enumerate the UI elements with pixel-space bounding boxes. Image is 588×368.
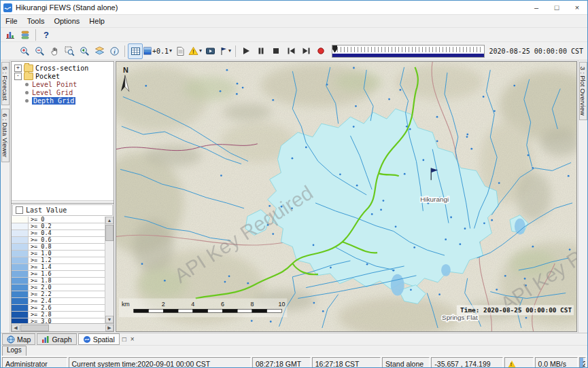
scrollbar-thumb[interactable] — [105, 225, 114, 241]
graph-icon — [41, 335, 50, 344]
warning-icon[interactable] — [508, 361, 516, 368]
legend-label: >= 1.6 — [29, 271, 105, 277]
legend-row[interactable]: >= 1.0 — [12, 251, 105, 257]
chevron-down-icon: ▾ — [228, 48, 231, 54]
record-button[interactable] — [313, 43, 328, 59]
tree-item-pocket[interactable]: -Pocket — [12, 72, 114, 80]
pause-button[interactable] — [254, 43, 269, 59]
marker-dropdown[interactable]: ▾ — [218, 43, 232, 59]
pan-button[interactable] — [47, 43, 62, 59]
status-system-time-label: Current system time:2020-09-01 00:00 CST — [72, 360, 211, 368]
database-dialog-button[interactable] — [18, 27, 33, 43]
tab-data-viewer[interactable]: 6 : Data Viewer — [1, 109, 10, 162]
close-panel-icon[interactable]: × — [129, 335, 136, 343]
status-alerts[interactable] — [504, 357, 534, 368]
legend-horizontal-scrollbar[interactable]: ◀ ▶ — [12, 323, 114, 331]
zoom-in-icon — [20, 46, 30, 56]
tab-forecast[interactable]: 5 : Forecast — [1, 62, 10, 105]
legend-swatch — [12, 251, 29, 257]
scroll-right-icon[interactable]: ▶ — [105, 325, 114, 331]
animation-button[interactable] — [203, 43, 218, 59]
grid-display-button[interactable] — [128, 43, 143, 59]
menu-help[interactable]: Help — [84, 17, 109, 25]
tree-item-label: Level Point — [32, 81, 77, 88]
profile-document-button[interactable] — [173, 43, 188, 59]
legend-header: Last Value — [12, 204, 113, 216]
tab-map[interactable]: Map — [2, 333, 35, 345]
legend-row[interactable]: >= 2.6 — [12, 305, 105, 312]
tree-expander-icon[interactable]: + — [14, 65, 22, 72]
legend-swatch — [12, 230, 29, 236]
minimize-button[interactable]: – — [526, 1, 547, 14]
classbreaks-icon — [143, 47, 152, 55]
legend-swatch — [12, 318, 29, 323]
layers-button[interactable] — [92, 43, 107, 59]
legend-swatch — [12, 271, 29, 277]
legend-row[interactable]: >= 1.8 — [12, 278, 105, 284]
legend-label: >= 0 — [29, 217, 105, 223]
menu-file[interactable]: File — [1, 17, 22, 25]
legend-row[interactable]: >= 0 — [12, 217, 105, 223]
grid-icon — [131, 46, 141, 56]
close-button[interactable]: × — [567, 1, 587, 14]
maximize-button[interactable]: □ — [547, 1, 567, 14]
flag-icon — [219, 46, 228, 56]
tree-expander-icon[interactable]: - — [14, 73, 22, 80]
legend-row[interactable]: >= 2.4 — [12, 298, 105, 305]
status-bar: AdministratorCurrent system time:2020-09… — [1, 356, 587, 368]
svg-text:6: 6 — [221, 301, 224, 308]
thresholds-warning-dropdown[interactable]: ! ▾ — [188, 43, 203, 59]
stop-button[interactable] — [269, 43, 283, 59]
legend-row[interactable]: >= 3.0 — [12, 318, 105, 323]
legend-row[interactable]: >= 2.0 — [12, 284, 105, 291]
last-value-checkbox[interactable] — [16, 206, 23, 214]
scroll-left-icon[interactable]: ◀ — [12, 325, 20, 331]
status-coordinates-label: -35.657 , 174.199 — [434, 360, 490, 368]
legend-row[interactable]: >= 2.8 — [12, 312, 105, 318]
zoom-previous-button[interactable] — [77, 43, 92, 59]
toolbar-separator — [124, 45, 125, 57]
map-viewport[interactable]: Hikurangi Springs Flat API Key Required … — [116, 61, 577, 332]
restore-panel-icon[interactable]: □ — [121, 335, 128, 343]
legend-vertical-scrollbar[interactable]: ▲ ▼ — [105, 217, 114, 323]
last-timestep-button[interactable] — [298, 43, 313, 59]
forecast-dialog-button[interactable] — [3, 27, 18, 43]
first-timestep-button[interactable] — [283, 43, 298, 59]
scroll-up-icon[interactable]: ▲ — [105, 217, 114, 224]
legend-label: >= 1.0 — [29, 251, 105, 257]
legend-row[interactable]: >= 0.4 — [12, 230, 105, 237]
help-button[interactable]: ? — [39, 27, 54, 43]
zoom-in-button[interactable] — [17, 43, 32, 59]
legend-row[interactable]: >= 2.2 — [12, 291, 105, 298]
menu-options[interactable]: Options — [49, 17, 84, 25]
scale-bar: km 2 4 6 8 10 — [119, 298, 287, 317]
zoom-extent-button[interactable] — [62, 43, 77, 59]
tab-spatial[interactable]: Spatial — [78, 333, 120, 345]
tree-item-level-point[interactable]: Level Point — [12, 80, 114, 88]
classbreaks-dropdown[interactable]: +0.1 ▾ — [143, 43, 173, 59]
svg-text:10: 10 — [279, 301, 286, 308]
tab-graph[interactable]: Graph — [37, 333, 76, 345]
menu-tools[interactable]: Tools — [22, 17, 50, 25]
legend-row[interactable]: >= 1.6 — [12, 271, 105, 278]
north-label: N — [123, 66, 128, 74]
play-button[interactable] — [239, 43, 254, 59]
legend-row[interactable]: >= 1.2 — [12, 257, 105, 264]
scroll-down-icon[interactable]: ▼ — [105, 316, 114, 323]
tab-plot-overview[interactable]: 3 : Plot Overview — [579, 62, 587, 120]
time-slider[interactable] — [332, 45, 484, 58]
legend-row[interactable]: >= 1.4 — [12, 264, 105, 271]
legend-row[interactable]: >= 0.6 — [12, 237, 105, 244]
scrollbar-thumb[interactable] — [20, 325, 49, 331]
legend-row[interactable]: >= 0.2 — [12, 223, 105, 230]
tab-graph-label: Graph — [52, 335, 71, 344]
logs-button[interactable]: Logs — [2, 346, 27, 356]
legend-row[interactable]: >= 0.8 — [12, 244, 105, 251]
zoom-out-button[interactable] — [32, 43, 47, 59]
info-button[interactable]: i — [107, 43, 122, 59]
tree-item-depth-grid[interactable]: Depth Grid — [12, 96, 114, 105]
tree-item-level-grid[interactable]: Level Grid — [12, 88, 114, 96]
status-system-time: Current system time:2020-09-01 00:00 CST — [69, 357, 251, 368]
right-dock-strip: 3 : Plot Overview — [578, 60, 587, 333]
legend-swatch — [12, 244, 29, 250]
